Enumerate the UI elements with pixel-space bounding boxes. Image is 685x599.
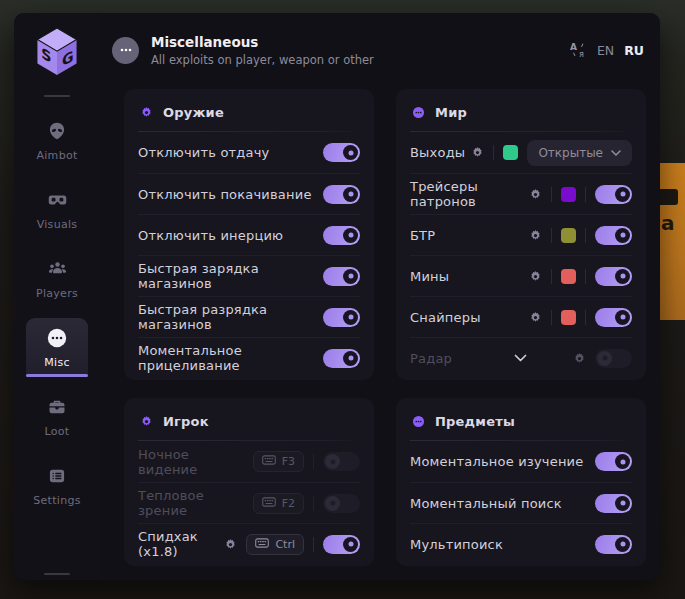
section-title: Игрок [163,414,209,429]
toggle-no-sway[interactable] [323,185,360,204]
globe-icon [412,106,425,119]
toggle-bullet-tracers[interactable] [595,185,632,204]
row-controls [529,308,632,327]
row-no-recoil: Отключить отдачу [138,132,360,173]
row-label: Радар [410,351,452,366]
sidebar-item-settings[interactable]: Settings [26,456,88,515]
toggle-thermal-vision[interactable] [323,494,360,513]
gear-icon[interactable] [529,188,542,201]
globe-icon [412,415,425,428]
toggle-mines[interactable] [595,267,632,286]
sidebar-item-loot[interactable]: Loot [26,387,88,446]
keybind-badge[interactable]: Ctrl [246,534,304,555]
content-grid: ОружиеОтключить отдачуОтключить покачива… [100,87,660,580]
gear-icon[interactable] [471,146,484,159]
dropdown-exits[interactable]: Открытые [527,140,632,166]
toggle-instant-examine[interactable] [595,452,632,471]
section-title: Предметы [435,414,515,429]
toggle-fast-unload[interactable] [323,308,360,327]
row-no-inertia: Отключить инерцию [138,214,360,255]
row-fast-unload: Быстрая разрядка магазинов [138,296,360,337]
gear-icon[interactable] [529,270,542,283]
sidebar-item-visuals[interactable]: Visuals [26,180,88,239]
lang-en-button[interactable]: EN [597,43,614,58]
color-swatch[interactable] [561,187,576,202]
toggle-instant-ads[interactable] [323,349,360,368]
row-snipers: Снайперы [410,296,632,337]
sidebar-nav: AimbotVisualsPlayersMiscLootSettings [14,111,100,525]
keyboard-icon [262,497,276,510]
separator [313,537,314,552]
sidebar-item-players[interactable]: Players [26,249,88,308]
row-controls [323,308,360,327]
row-instant-ads: Моментальное прицеливание [138,337,360,378]
row-instant-examine: Моментальное изучение [410,441,632,482]
dropdown-value: Открытые [538,146,603,160]
gear-icon[interactable] [529,229,542,242]
keybind-label: F3 [282,455,295,468]
row-label: Выходы [410,145,465,160]
toggle-instant-search[interactable] [595,494,632,513]
toggle-knob [615,187,630,202]
toggle-radar[interactable] [595,349,632,368]
toggle-no-inertia[interactable] [323,226,360,245]
sidebar: S G AimbotVisualsPlayersMiscLootSettings [14,13,100,580]
sidebar-item-label: Visuals [37,218,78,231]
toggle-speedhack[interactable] [323,535,360,554]
toggle-knob [615,454,630,469]
sidebar-item-aimbot[interactable]: Aimbot [26,111,88,170]
game-sign-letter: a [661,211,675,235]
sidebar-item-misc[interactable]: Misc [26,318,88,377]
toggle-night-vision[interactable] [323,452,360,471]
keybind-badge[interactable]: F2 [253,493,304,514]
keyboard-icon [255,538,269,551]
toggle-btr[interactable] [595,226,632,245]
row-label: Быстрая разрядка магазинов [138,302,323,332]
separator [551,310,552,325]
toggle-fast-load[interactable] [323,267,360,286]
row-label: Трейсеры патронов [410,179,529,209]
row-label: Моментальное прицеливание [138,343,323,373]
gear-icon[interactable] [573,352,586,365]
toggle-no-recoil[interactable] [323,143,360,162]
toggle-knob [343,228,358,243]
row-label: Быстрая зарядка магазинов [138,261,323,291]
row-controls [529,185,632,204]
expand-chevron-icon[interactable] [514,354,527,362]
briefcase-icon [47,396,67,418]
row-bullet-tracers: Трейсеры патронов [410,173,632,214]
language-switcher: A я EN RU [569,42,644,59]
row-controls [323,185,360,204]
row-label: Ночное видение [138,447,253,477]
row-label: Отключить инерцию [138,228,283,243]
section-weapon: ОружиеОтключить отдачуОтключить покачива… [124,89,374,380]
main-area: Miscellaneous All exploits on player, we… [100,13,660,580]
row-thermal-vision: Тепловое зрениеF2 [138,482,360,523]
separator [585,187,586,202]
color-swatch[interactable] [561,269,576,284]
toggle-snipers[interactable] [595,308,632,327]
gear-icon [140,415,153,428]
sidebar-item-label: Players [36,287,78,300]
gear-icon [140,106,153,119]
gear-icon[interactable] [224,538,237,551]
toggle-multi-search[interactable] [595,535,632,554]
color-swatch[interactable] [561,228,576,243]
lang-ru-button[interactable]: RU [624,43,644,58]
goggles-icon [47,189,68,211]
game-sign-mark [658,189,678,205]
page-title: Miscellaneous [151,34,374,50]
keybind-label: Ctrl [275,538,295,551]
row-label: Отключить покачивание [138,187,312,202]
section-title: Мир [435,105,467,120]
toggle-knob [325,454,340,469]
toggle-knob [615,310,630,325]
keybind-label: F2 [282,497,295,510]
row-instant-search: Моментальный поиск [410,482,632,523]
color-swatch[interactable] [503,145,518,160]
color-swatch[interactable] [561,310,576,325]
row-controls [323,267,360,286]
keybind-badge[interactable]: F3 [253,451,304,472]
gear-icon[interactable] [529,311,542,324]
players-icon [47,258,68,280]
